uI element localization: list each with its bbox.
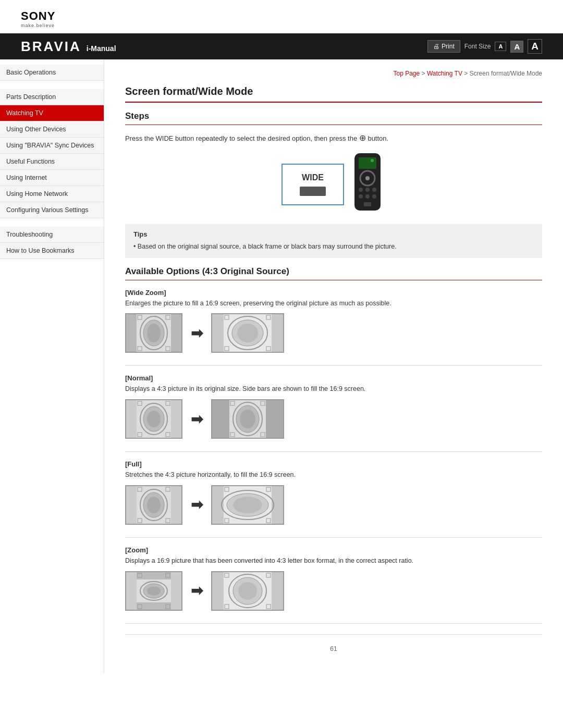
print-icon: 🖨 <box>433 43 439 50</box>
svg-rect-1 <box>359 157 376 169</box>
wide-zoom-transform: ➡ <box>125 313 542 353</box>
wide-zoom-after-svg <box>212 314 283 352</box>
breadcrumb-sep2: > <box>462 70 470 77</box>
normal-before <box>125 399 182 439</box>
zoom-before <box>125 571 182 611</box>
imanual-label: i-Manual <box>87 44 116 53</box>
content-area: Top Page > Watching TV > Screen format/W… <box>104 59 563 673</box>
font-size-label: Font Size <box>464 43 491 50</box>
sidebar-item-configuring-settings[interactable]: Configuring Various Settings <box>0 202 104 218</box>
wide-button-illustration: WIDE <box>125 153 542 216</box>
wide-zoom-before-svg <box>126 314 181 352</box>
svg-point-3 <box>365 176 370 180</box>
page-number: 61 <box>330 645 337 652</box>
sidebar-item-using-other-devices[interactable]: Using Other Devices <box>0 121 104 138</box>
svg-rect-25 <box>272 314 283 352</box>
svg-point-6 <box>372 188 376 192</box>
sony-logo: SONY make.believe <box>21 9 542 28</box>
svg-rect-87 <box>272 572 283 610</box>
breadcrumb-current: Screen format/Wide Mode <box>470 70 542 77</box>
full-desc: Stretches the 4:3 picture horizontally, … <box>125 470 542 480</box>
breadcrumb: Top Page > Watching TV > Screen format/W… <box>125 70 542 77</box>
arrow-right-icon-zoom: ➡ <box>191 582 203 599</box>
zoom-label: [Zoom] <box>125 546 542 554</box>
wide-button-rect <box>300 187 326 196</box>
svg-rect-45 <box>212 400 229 438</box>
svg-point-4 <box>359 188 363 192</box>
svg-rect-10 <box>364 202 371 206</box>
sidebar-item-basic-operations[interactable]: Basic Operations <box>0 65 104 81</box>
sidebar-item-useful-functions[interactable]: Useful Functions <box>0 154 104 170</box>
svg-point-11 <box>371 159 374 162</box>
arrow-right-icon-full: ➡ <box>191 496 203 513</box>
sidebar-item-troubleshooting[interactable]: Troubleshooting <box>0 227 104 243</box>
print-button[interactable]: 🖨 Print <box>427 40 460 53</box>
zoom-after <box>211 571 284 611</box>
svg-point-80 <box>147 586 161 596</box>
steps-description: Press the WIDE button repeatedly to sele… <box>125 131 542 145</box>
steps-title: Steps <box>125 111 542 125</box>
svg-point-8 <box>365 194 370 199</box>
breadcrumb-top-page[interactable]: Top Page <box>393 70 420 77</box>
full-before <box>125 485 182 525</box>
tips-text: Based on the original signal source, a b… <box>133 241 534 252</box>
font-large-button[interactable]: A <box>528 39 542 54</box>
wide-zoom-before <box>125 313 182 353</box>
sidebar-item-using-home-network[interactable]: Using Home Network <box>0 186 104 202</box>
option-wide-zoom: [Wide Zoom] Enlarges the picture to fill… <box>125 289 542 366</box>
sidebar-item-watching-tv[interactable]: Watching TV <box>0 105 104 121</box>
options-title: Available Options (4:3 Original Source) <box>125 266 542 280</box>
circle-plus-icon: ⊕ <box>359 133 366 142</box>
svg-point-18 <box>147 324 161 342</box>
font-small-button[interactable]: A <box>495 42 506 51</box>
svg-point-58 <box>147 497 161 513</box>
breadcrumb-watching-tv[interactable]: Watching TV <box>427 70 462 77</box>
svg-point-49 <box>240 410 255 428</box>
nav-right-controls: 🖨 Print Font Size A A A <box>427 39 542 54</box>
normal-desc: Displays a 4:3 picture in its original s… <box>125 384 542 394</box>
top-header: SONY make.believe <box>0 0 563 33</box>
svg-point-69 <box>233 497 262 513</box>
sidebar-item-parts-description[interactable]: Parts Description <box>0 89 104 105</box>
breadcrumb-sep1: > <box>420 70 427 77</box>
option-normal: [Normal] Displays a 4:3 picture in its o… <box>125 374 542 452</box>
print-label: Print <box>442 43 455 50</box>
normal-transform: ➡ <box>125 399 542 439</box>
svg-rect-13 <box>126 314 137 352</box>
svg-point-7 <box>359 194 363 199</box>
tips-box: Tips Based on the original signal source… <box>125 224 542 258</box>
zoom-transform: ➡ <box>125 571 542 611</box>
wide-label: WIDE <box>302 173 324 182</box>
svg-point-91 <box>238 582 257 600</box>
svg-point-29 <box>237 324 258 342</box>
full-after <box>211 485 284 525</box>
nav-bar: BRAVIA i-Manual 🖨 Print Font Size A A A <box>0 33 563 59</box>
svg-rect-86 <box>212 572 224 610</box>
option-full: [Full] Stretches the 4:3 picture horizon… <box>125 460 542 538</box>
zoom-desc: Displays a 16:9 picture that has been co… <box>125 556 542 566</box>
wide-zoom-after <box>211 313 284 353</box>
svg-point-38 <box>147 411 161 427</box>
wide-zoom-label: [Wide Zoom] <box>125 289 542 297</box>
svg-point-9 <box>372 194 376 199</box>
wide-zoom-desc: Enlarges the picture to fill a 16:9 scre… <box>125 299 542 309</box>
page-title: Screen format/Wide Mode <box>125 85 542 103</box>
tips-title: Tips <box>133 230 534 238</box>
svg-rect-24 <box>212 314 224 352</box>
full-transform: ➡ <box>125 485 542 525</box>
normal-label: [Normal] <box>125 374 542 382</box>
sidebar-item-how-to-use-bookmarks[interactable]: How to Use Bookmarks <box>0 243 104 259</box>
arrow-right-icon: ➡ <box>191 325 203 342</box>
arrow-right-icon-normal: ➡ <box>191 411 203 428</box>
bravia-logo: BRAVIA <box>21 39 81 55</box>
normal-after <box>211 399 284 439</box>
sidebar-item-using-internet[interactable]: Using Internet <box>0 170 104 186</box>
full-label: [Full] <box>125 460 542 468</box>
remote-control-image <box>349 153 386 216</box>
svg-rect-14 <box>171 314 181 352</box>
font-medium-button[interactable]: A <box>510 41 523 53</box>
bravia-title: BRAVIA i-Manual <box>21 39 116 55</box>
sidebar-item-using-bravia-sync[interactable]: Using "BRAVIA" Sync Devices <box>0 138 104 154</box>
svg-point-5 <box>365 188 370 192</box>
main-wrapper: Basic Operations Parts Description Watch… <box>0 59 563 673</box>
